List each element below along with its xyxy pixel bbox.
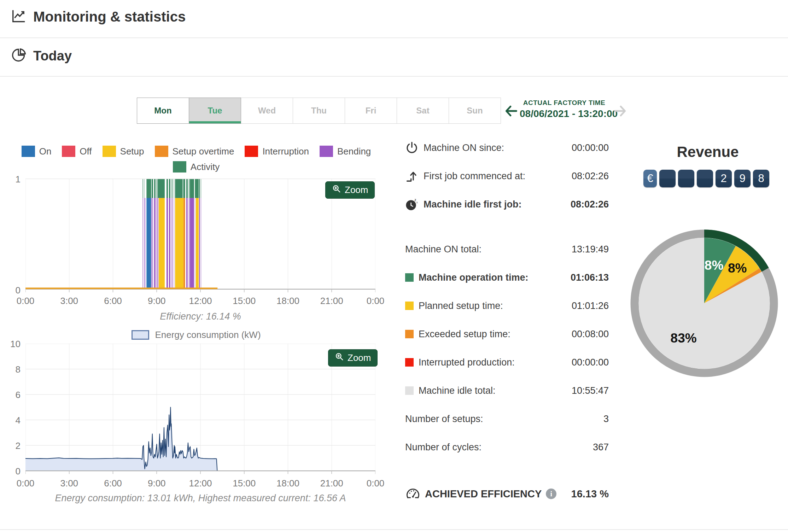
legend-swatch: [103, 146, 116, 157]
legend-item-off: Off: [62, 146, 92, 157]
x-tick-label: 12:00: [189, 296, 212, 306]
day-tabs: MonTueWedThuFriSatSun: [137, 98, 501, 124]
stat-value: 10:55:47: [572, 385, 609, 396]
legend-item-setup: Setup: [103, 146, 144, 157]
x-tick-label: 3:00: [60, 296, 78, 306]
energy-chart-plot[interactable]: [25, 344, 375, 477]
magnifier-plus-icon: [332, 184, 341, 196]
tab-thu: Thu: [293, 98, 345, 124]
stat-value: 08:02:26: [572, 171, 609, 182]
job-start-icon: [405, 169, 424, 183]
next-day-arrow-icon[interactable]: [612, 103, 628, 119]
currency-euro-tile: €: [643, 170, 657, 187]
factory-time-value: 08/06/2021 - 13:20:00: [520, 108, 609, 119]
stat-label: Number of setups:: [405, 414, 483, 425]
pie-slice-label: 83%: [671, 331, 697, 345]
previous-day-arrow-icon[interactable]: [503, 103, 519, 119]
section-title: Today: [33, 48, 72, 64]
revenue-digit-tile: [659, 170, 676, 187]
energy-y-tick: 4: [6, 415, 21, 426]
stat-label: Exceeded setup time:: [419, 329, 510, 340]
timeline-y-tick: 0: [6, 285, 21, 296]
pie-chart-icon: [11, 47, 27, 64]
legend-swatch: [245, 146, 258, 157]
x-tick-label: 21:00: [320, 296, 343, 306]
stat-color-swatch: [405, 302, 414, 310]
tab-mon[interactable]: Mon: [137, 98, 189, 124]
page-header: Monitoring & statistics: [11, 8, 186, 25]
stat-value: 00:00:00: [572, 357, 609, 368]
factory-time-label: ACTUAL FACTORY TIME: [520, 99, 609, 107]
efficiency-caption: Efficiency: 16.14 %: [25, 311, 375, 322]
energy-y-tick: 8: [6, 364, 21, 375]
stat-value: 00:08:00: [572, 329, 609, 340]
legend-swatch: [155, 146, 168, 157]
x-tick-label: 9:00: [148, 478, 166, 489]
stat-value: 13:19:49: [572, 244, 609, 255]
stat-label: Number of cycles:: [405, 442, 481, 453]
legend-label: On: [39, 146, 52, 157]
x-tick-label: 0:00: [17, 296, 35, 306]
gauge-icon: [405, 485, 425, 503]
revenue-digit-tile: [678, 170, 694, 187]
timeline-zoom-label: Zoom: [345, 185, 368, 195]
stat-row: zzMachine idle first job:08:02:26: [405, 190, 609, 218]
x-tick-label: 18:00: [276, 478, 299, 489]
stat-row: Planned setup time:01:01:26: [405, 292, 609, 320]
revenue-digit-tile: 9: [734, 170, 751, 187]
energy-zoom-label: Zoom: [348, 352, 371, 363]
energy-zoom-button[interactable]: Zoom: [328, 349, 378, 367]
revenue-digit-tile: [697, 170, 713, 187]
section-header: Today: [11, 47, 72, 64]
stat-label: Planned setup time:: [419, 300, 503, 311]
energy-y-tick: 6: [6, 390, 21, 401]
stats-list: Machine ON since:00:00:00First job comme…: [405, 134, 609, 461]
x-tick-label: 3:00: [60, 478, 78, 489]
stat-label: Interrupted production:: [419, 357, 515, 368]
tab-tue[interactable]: Tue: [189, 98, 241, 124]
legend-item-on: On: [22, 146, 52, 157]
legend-label: Setup: [120, 146, 144, 157]
info-icon[interactable]: i: [546, 489, 556, 499]
stat-row: Number of cycles:367: [405, 433, 609, 461]
monitoring-dashboard: Monitoring & statistics Today MonTueWedT…: [0, 0, 788, 532]
divider: [0, 529, 788, 530]
x-tick-label: 0:00: [367, 296, 385, 306]
tab-sun: Sun: [449, 98, 501, 124]
timeline-chart-plot[interactable]: [25, 179, 375, 295]
x-tick-label: 9:00: [148, 296, 166, 306]
page-title: Monitoring & statistics: [33, 9, 186, 25]
stat-value: 01:01:26: [572, 300, 609, 311]
stat-color-swatch: [405, 330, 414, 338]
stat-row: Machine idle total:10:55:47: [405, 376, 609, 405]
stat-label: Machine ON total:: [405, 244, 481, 255]
state-legend-row-2: Activity: [14, 161, 378, 173]
line-chart-icon: [11, 8, 27, 25]
legend-label: Setup overtime: [173, 146, 234, 157]
divider: [0, 76, 788, 77]
x-tick-label: 12:00: [189, 478, 212, 489]
x-tick-label: 18:00: [276, 296, 299, 306]
revenue-counter: €298: [643, 170, 769, 187]
x-tick-label: 6:00: [104, 478, 122, 489]
stat-row: Exceeded setup time:00:08:00: [405, 320, 609, 348]
idle-clock-icon: zz: [405, 198, 424, 211]
x-tick-label: 6:00: [104, 296, 122, 306]
energy-x-axis-labels: 0:003:006:009:0012:0015:0018:0021:000:00: [25, 478, 375, 489]
timeline-y-tick: 1: [6, 174, 21, 185]
stat-row: Interrupted production:00:00:00: [405, 348, 609, 376]
timeline-x-axis-labels: 0:003:006:009:0012:0015:0018:0021:000:00: [25, 296, 375, 307]
legend-swatch: [22, 146, 35, 157]
energy-legend-label: Energy consumption (kW): [155, 329, 261, 340]
legend-label: Interruption: [262, 146, 309, 157]
timeline-zoom-button[interactable]: Zoom: [325, 181, 375, 199]
divider: [0, 37, 788, 38]
energy-legend-swatch: [132, 330, 149, 340]
x-tick-label: 15:00: [233, 296, 256, 306]
legend-label: Activity: [191, 162, 220, 173]
energy-legend: Energy consumption (kW): [14, 329, 378, 340]
x-tick-label: 0:00: [17, 478, 35, 489]
stat-label: Machine operation time:: [419, 272, 529, 283]
legend-item-bending: Bending: [320, 146, 371, 157]
tab-sat: Sat: [397, 98, 449, 124]
